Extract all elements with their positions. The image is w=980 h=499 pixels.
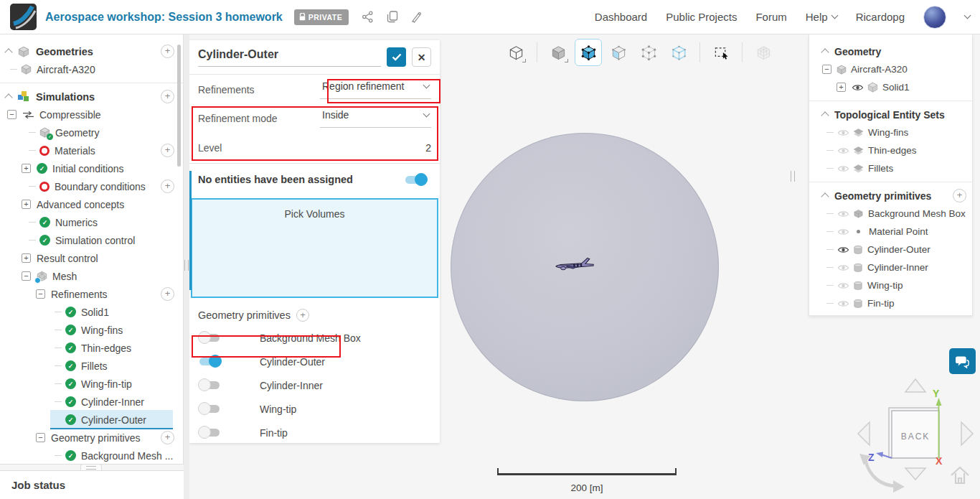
add-geometry-button[interactable] xyxy=(161,45,174,58)
tree-item-background-mesh-box[interactable]: Background Mesh ... xyxy=(0,447,183,465)
tree-item-simulation-control[interactable]: Simulation control xyxy=(0,231,183,249)
tree-item-compressible[interactable]: Compressible xyxy=(0,106,183,123)
edge-select-button[interactable] xyxy=(665,39,692,66)
visibility-eye-icon[interactable] xyxy=(837,228,849,236)
pick-volumes-area[interactable]: Pick Volumes xyxy=(191,198,438,298)
user-menu-chevron-icon[interactable] xyxy=(964,12,971,19)
nav-dashboard[interactable]: Dashboard xyxy=(595,11,647,23)
avatar[interactable] xyxy=(923,6,946,29)
collapse-caret-icon[interactable] xyxy=(4,48,12,56)
scene-item-aircraft-a320[interactable]: Aircraft-A320 xyxy=(809,60,972,78)
add-refinement-button[interactable] xyxy=(161,287,174,301)
mesh-view-button[interactable] xyxy=(750,39,777,66)
tree-item-geometry-primitives[interactable]: Geometry primitives xyxy=(0,429,183,447)
tree-item-boundary-conditions[interactable]: Boundary conditions xyxy=(0,177,183,195)
duplicate-icon[interactable] xyxy=(387,11,398,23)
tree-item-materials[interactable]: Materials xyxy=(0,141,183,159)
cylinder-inner-toggle[interactable] xyxy=(199,381,220,389)
tree-item-initial-conditions[interactable]: Initial conditions xyxy=(0,159,183,177)
add-simulation-button[interactable] xyxy=(161,90,174,103)
wing-tip-toggle[interactable] xyxy=(199,405,220,413)
refinement-mode-select[interactable]: Inside xyxy=(320,109,431,128)
nav-public-projects[interactable]: Public Projects xyxy=(666,11,737,23)
edit-icon[interactable] xyxy=(411,11,422,23)
scene-section-geometry-primitives[interactable]: Geometry primitives xyxy=(809,187,972,205)
add-primitive-button[interactable] xyxy=(296,309,309,322)
visibility-eye-icon[interactable] xyxy=(837,146,849,155)
background-mesh-box-toggle[interactable] xyxy=(199,334,220,342)
tree-item-thin-edges[interactable]: Thin-edges xyxy=(0,339,183,357)
add-geometry-primitive-button[interactable] xyxy=(161,431,174,444)
add-geometry-primitive-button[interactable] xyxy=(953,189,966,202)
collapse-caret-icon[interactable] xyxy=(821,48,829,56)
expand-box-icon[interactable] xyxy=(22,164,31,173)
add-material-button[interactable] xyxy=(161,144,174,157)
tree-item-solid1[interactable]: Solid1 xyxy=(0,303,183,321)
user-name[interactable]: Ricardopg xyxy=(856,11,905,23)
collapse-box-icon[interactable] xyxy=(36,433,45,442)
collapse-box-icon[interactable] xyxy=(22,271,31,281)
collapse-box-icon[interactable] xyxy=(36,289,45,299)
visibility-eye-icon[interactable] xyxy=(837,264,849,272)
scene-item-cylinder-inner[interactable]: Cylinder-Inner xyxy=(809,258,972,276)
tree-item-wing-fin-tip[interactable]: Wing-fin-tip xyxy=(0,375,183,393)
tree-item-mesh[interactable]: Mesh xyxy=(0,267,183,285)
job-status-bar[interactable]: Job status xyxy=(0,470,184,499)
expand-box-icon[interactable] xyxy=(22,253,31,263)
visibility-eye-icon[interactable] xyxy=(837,164,849,173)
visibility-eye-icon[interactable] xyxy=(837,281,849,290)
scene-item-background-mesh-box[interactable]: Background Mesh Box xyxy=(809,205,972,223)
visibility-eye-icon[interactable] xyxy=(852,83,864,92)
chat-support-button[interactable] xyxy=(949,348,976,374)
collapse-box-icon[interactable] xyxy=(822,65,831,74)
add-boundary-condition-button[interactable] xyxy=(161,179,174,193)
tree-item-refinements[interactable]: Refinements xyxy=(0,285,183,303)
tree-item-aircraft-a320[interactable]: Aircraft-A320 xyxy=(0,60,183,78)
nav-forum[interactable]: Forum xyxy=(755,11,786,23)
collapse-caret-icon[interactable] xyxy=(821,192,829,200)
apply-button[interactable] xyxy=(387,47,406,67)
scene-item-wing-tip[interactable]: Wing-tip xyxy=(809,276,972,294)
face-select-button[interactable] xyxy=(605,39,632,66)
scene-item-fillets[interactable]: Fillets xyxy=(809,159,972,177)
share-icon[interactable] xyxy=(362,11,374,23)
tree-item-geometries[interactable]: Geometries xyxy=(0,42,183,60)
level-input[interactable]: 2 xyxy=(425,142,431,154)
cylinder-outer-toggle[interactable] xyxy=(199,358,220,365)
box-select-button[interactable] xyxy=(707,39,735,66)
scene-item-wing-fins[interactable]: Wing-fins xyxy=(809,123,972,141)
app-logo[interactable] xyxy=(10,4,37,30)
visibility-eye-icon[interactable] xyxy=(837,299,849,308)
navigation-cube[interactable]: BACK Y X Z xyxy=(852,373,979,499)
tree-item-fillets[interactable]: Fillets xyxy=(0,357,183,375)
scene-item-solid1[interactable]: Solid1 xyxy=(809,78,972,96)
scene-item-cylinder-outer[interactable]: Cylinder-Outer xyxy=(809,241,972,258)
expand-box-icon[interactable] xyxy=(22,200,31,209)
solid-view-button[interactable] xyxy=(545,39,572,66)
tree-item-advanced-concepts[interactable]: Advanced concepts xyxy=(0,195,183,213)
scene-section-topological-entity-sets[interactable]: Topological Entity Sets xyxy=(809,106,972,123)
tree-item-result-control[interactable]: Result control xyxy=(0,249,183,267)
scene-item-thin-edges[interactable]: Thin-edges xyxy=(809,141,972,159)
job-status-drag-handle[interactable] xyxy=(80,464,102,470)
project-title[interactable]: Aerospace workshop: Session 3 homework xyxy=(45,11,283,24)
vertex-select-button[interactable] xyxy=(635,39,662,66)
tree-item-wing-fins[interactable]: Wing-fins xyxy=(0,321,183,339)
panel-resize-handle[interactable] xyxy=(184,260,189,271)
fin-tip-toggle[interactable] xyxy=(199,429,220,437)
refinements-select[interactable]: Region refinement xyxy=(320,80,431,99)
scene-item-fin-tip[interactable]: Fin-tip xyxy=(809,294,972,312)
visibility-eye-icon[interactable] xyxy=(837,210,849,218)
visibility-eye-icon[interactable] xyxy=(837,246,849,254)
tree-item-cylinder-inner[interactable]: Cylinder-Inner xyxy=(0,393,183,411)
aircraft-model-3d[interactable] xyxy=(554,256,595,276)
cancel-button[interactable] xyxy=(412,47,431,67)
visibility-eye-icon[interactable] xyxy=(837,129,849,137)
tree-item-numerics[interactable]: Numerics xyxy=(0,213,183,231)
solid-selected-view-button[interactable] xyxy=(575,39,602,66)
nav-help[interactable]: Help xyxy=(806,11,837,23)
refinement-name-input[interactable]: Cylinder-Outer xyxy=(198,48,381,67)
collapse-box-icon[interactable] xyxy=(7,110,17,119)
scene-section-geometry[interactable]: Geometry xyxy=(809,42,972,60)
assignment-toggle[interactable] xyxy=(405,176,425,184)
